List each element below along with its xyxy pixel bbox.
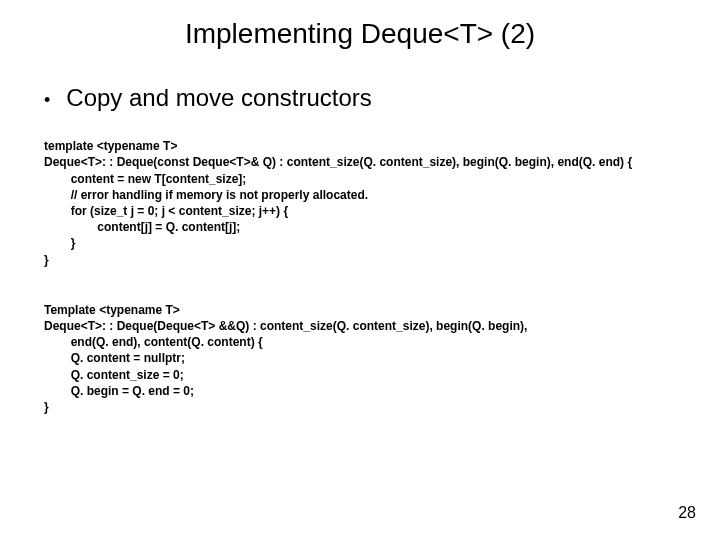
code-line: Q. content = nullptr; bbox=[44, 351, 185, 365]
code-line: Q. content_size = 0; bbox=[44, 368, 184, 382]
bullet-item: • Copy and move constructors bbox=[44, 84, 682, 112]
code-line: } bbox=[44, 400, 49, 414]
code-line: Q. begin = Q. end = 0; bbox=[44, 384, 194, 398]
code-line: } bbox=[44, 236, 75, 250]
code-line: Deque<T>: : Deque(Deque<T> &&Q) : conten… bbox=[44, 319, 527, 333]
bullet-dot-icon: • bbox=[44, 91, 50, 109]
code-line: end(Q. end), content(Q. content) { bbox=[44, 335, 263, 349]
page-number: 28 bbox=[678, 504, 696, 522]
code-line: for (size_t j = 0; j < content_size; j++… bbox=[44, 204, 288, 218]
code-line: content[j] = Q. content[j]; bbox=[44, 220, 240, 234]
code-line: } bbox=[44, 253, 49, 267]
slide-title: Implementing Deque<T> (2) bbox=[38, 18, 682, 50]
code-line: content = new T[content_size]; bbox=[44, 172, 246, 186]
code-block-move-constructor: Template <typename T> Deque<T>: : Deque(… bbox=[44, 286, 682, 416]
code-block-copy-constructor: template <typename T> Deque<T>: : Deque(… bbox=[44, 122, 682, 268]
slide: Implementing Deque<T> (2) • Copy and mov… bbox=[0, 0, 720, 540]
code-line: template <typename T> bbox=[44, 139, 177, 153]
code-line: Deque<T>: : Deque(const Deque<T>& Q) : c… bbox=[44, 155, 632, 169]
code-line: Template <typename T> bbox=[44, 303, 180, 317]
code-line: // error handling if memory is not prope… bbox=[44, 188, 368, 202]
bullet-text: Copy and move constructors bbox=[66, 84, 371, 112]
